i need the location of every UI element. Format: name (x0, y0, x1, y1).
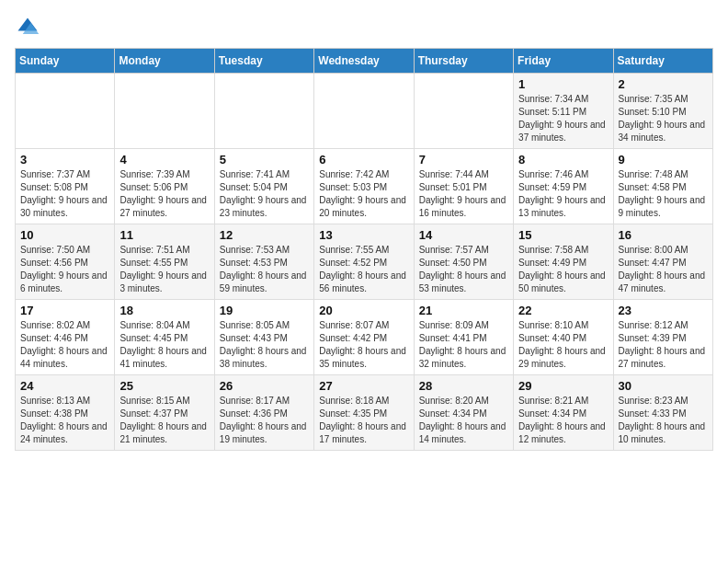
calendar-cell: 28Sunrise: 8:20 AM Sunset: 4:34 PM Dayli… (414, 375, 513, 451)
calendar-cell (16, 74, 115, 149)
calendar-week-2: 3Sunrise: 7:37 AM Sunset: 5:08 PM Daylig… (16, 149, 713, 224)
calendar-cell: 23Sunrise: 8:12 AM Sunset: 4:39 PM Dayli… (613, 300, 712, 375)
calendar-cell: 7Sunrise: 7:44 AM Sunset: 5:01 PM Daylig… (414, 149, 513, 224)
day-number: 23 (619, 304, 708, 317)
day-info: Sunrise: 7:51 AM Sunset: 4:55 PM Dayligh… (119, 244, 209, 295)
calendar-cell: 15Sunrise: 7:58 AM Sunset: 4:49 PM Dayli… (514, 224, 613, 300)
day-info: Sunrise: 8:04 AM Sunset: 4:45 PM Dayligh… (119, 319, 209, 371)
calendar-cell: 16Sunrise: 8:00 AM Sunset: 4:47 PM Dayli… (613, 224, 712, 300)
day-info: Sunrise: 8:13 AM Sunset: 4:38 PM Dayligh… (20, 395, 109, 446)
calendar-cell: 26Sunrise: 8:17 AM Sunset: 4:36 PM Dayli… (214, 375, 313, 451)
weekday-header-tuesday: Tuesday (214, 49, 313, 74)
calendar-cell: 22Sunrise: 8:10 AM Sunset: 4:40 PM Dayli… (514, 300, 613, 375)
day-number: 4 (119, 153, 209, 167)
day-info: Sunrise: 7:44 AM Sunset: 5:01 PM Dayligh… (419, 168, 508, 220)
calendar-cell: 9Sunrise: 7:48 AM Sunset: 4:58 PM Daylig… (613, 149, 712, 224)
weekday-header-wednesday: Wednesday (314, 49, 414, 74)
day-info: Sunrise: 8:15 AM Sunset: 4:37 PM Dayligh… (119, 395, 209, 446)
day-number: 22 (518, 304, 608, 317)
weekday-header-friday: Friday (514, 49, 613, 74)
day-info: Sunrise: 8:10 AM Sunset: 4:40 PM Dayligh… (518, 319, 608, 371)
day-number: 3 (20, 153, 109, 167)
day-number: 9 (619, 153, 708, 167)
day-number: 12 (220, 228, 309, 242)
day-number: 21 (419, 304, 508, 317)
day-number: 5 (220, 153, 309, 167)
calendar-cell: 21Sunrise: 8:09 AM Sunset: 4:41 PM Dayli… (414, 300, 513, 375)
weekday-header-saturday: Saturday (613, 49, 712, 74)
day-info: Sunrise: 7:57 AM Sunset: 4:50 PM Dayligh… (419, 244, 508, 295)
calendar-header: SundayMondayTuesdayWednesdayThursdayFrid… (16, 49, 713, 74)
day-info: Sunrise: 7:53 AM Sunset: 4:53 PM Dayligh… (220, 244, 309, 295)
calendar-cell: 3Sunrise: 7:37 AM Sunset: 5:08 PM Daylig… (16, 149, 115, 224)
day-info: Sunrise: 8:00 AM Sunset: 4:47 PM Dayligh… (619, 244, 708, 295)
day-info: Sunrise: 8:17 AM Sunset: 4:36 PM Dayligh… (220, 395, 309, 446)
calendar-cell: 17Sunrise: 8:02 AM Sunset: 4:46 PM Dayli… (16, 300, 115, 375)
day-number: 19 (220, 304, 309, 317)
calendar-cell: 11Sunrise: 7:51 AM Sunset: 4:55 PM Dayli… (115, 224, 214, 300)
weekday-header-sunday: Sunday (16, 49, 115, 74)
day-number: 15 (518, 228, 608, 242)
day-info: Sunrise: 7:58 AM Sunset: 4:49 PM Dayligh… (518, 244, 608, 295)
calendar-cell: 27Sunrise: 8:18 AM Sunset: 4:35 PM Dayli… (314, 375, 414, 451)
day-info: Sunrise: 8:20 AM Sunset: 4:34 PM Dayligh… (419, 395, 508, 446)
calendar-cell: 19Sunrise: 8:05 AM Sunset: 4:43 PM Dayli… (214, 300, 313, 375)
day-number: 11 (119, 228, 209, 242)
day-number: 18 (119, 304, 209, 317)
calendar-cell: 10Sunrise: 7:50 AM Sunset: 4:56 PM Dayli… (16, 224, 115, 300)
day-number: 10 (20, 228, 109, 242)
calendar-cell: 14Sunrise: 7:57 AM Sunset: 4:50 PM Dayli… (414, 224, 513, 300)
calendar-cell (314, 74, 414, 149)
calendar-cell: 12Sunrise: 7:53 AM Sunset: 4:53 PM Dayli… (214, 224, 313, 300)
calendar-week-4: 17Sunrise: 8:02 AM Sunset: 4:46 PM Dayli… (16, 300, 713, 375)
calendar-table: SundayMondayTuesdayWednesdayThursdayFrid… (15, 48, 713, 451)
calendar-cell: 2Sunrise: 7:35 AM Sunset: 5:10 PM Daylig… (613, 74, 712, 149)
calendar-cell: 20Sunrise: 8:07 AM Sunset: 4:42 PM Dayli… (314, 300, 414, 375)
day-number: 24 (20, 379, 109, 393)
day-info: Sunrise: 7:34 AM Sunset: 5:11 PM Dayligh… (518, 93, 608, 144)
calendar-cell: 4Sunrise: 7:39 AM Sunset: 5:06 PM Daylig… (115, 149, 214, 224)
day-info: Sunrise: 8:09 AM Sunset: 4:41 PM Dayligh… (419, 319, 508, 371)
calendar-cell (414, 74, 513, 149)
day-number: 1 (518, 77, 608, 91)
day-info: Sunrise: 8:18 AM Sunset: 4:35 PM Dayligh… (319, 395, 408, 446)
day-info: Sunrise: 7:50 AM Sunset: 4:56 PM Dayligh… (20, 244, 109, 295)
day-info: Sunrise: 8:02 AM Sunset: 4:46 PM Dayligh… (20, 319, 109, 371)
day-info: Sunrise: 7:39 AM Sunset: 5:06 PM Dayligh… (119, 168, 209, 220)
logo (15, 15, 44, 40)
day-info: Sunrise: 8:05 AM Sunset: 4:43 PM Dayligh… (220, 319, 309, 371)
header (15, 15, 713, 40)
calendar-cell (214, 74, 313, 149)
calendar-week-3: 10Sunrise: 7:50 AM Sunset: 4:56 PM Dayli… (16, 224, 713, 300)
weekday-header-row: SundayMondayTuesdayWednesdayThursdayFrid… (16, 49, 713, 74)
day-number: 7 (419, 153, 508, 167)
day-info: Sunrise: 8:23 AM Sunset: 4:33 PM Dayligh… (619, 395, 708, 446)
calendar-cell: 8Sunrise: 7:46 AM Sunset: 4:59 PM Daylig… (514, 149, 613, 224)
calendar-cell: 18Sunrise: 8:04 AM Sunset: 4:45 PM Dayli… (115, 300, 214, 375)
day-number: 26 (220, 379, 309, 393)
day-number: 2 (619, 77, 708, 91)
day-info: Sunrise: 7:46 AM Sunset: 4:59 PM Dayligh… (518, 168, 608, 220)
day-info: Sunrise: 7:42 AM Sunset: 5:03 PM Dayligh… (319, 168, 408, 220)
day-number: 13 (319, 228, 408, 242)
day-info: Sunrise: 7:35 AM Sunset: 5:10 PM Dayligh… (619, 93, 708, 144)
calendar-week-1: 1Sunrise: 7:34 AM Sunset: 5:11 PM Daylig… (16, 74, 713, 149)
calendar-cell: 5Sunrise: 7:41 AM Sunset: 5:04 PM Daylig… (214, 149, 313, 224)
day-info: Sunrise: 8:21 AM Sunset: 4:34 PM Dayligh… (518, 395, 608, 446)
day-info: Sunrise: 7:41 AM Sunset: 5:04 PM Dayligh… (220, 168, 309, 220)
calendar-cell (115, 74, 214, 149)
day-info: Sunrise: 7:48 AM Sunset: 4:58 PM Dayligh… (619, 168, 708, 220)
day-info: Sunrise: 8:07 AM Sunset: 4:42 PM Dayligh… (319, 319, 408, 371)
calendar-cell: 13Sunrise: 7:55 AM Sunset: 4:52 PM Dayli… (314, 224, 414, 300)
day-info: Sunrise: 8:12 AM Sunset: 4:39 PM Dayligh… (619, 319, 708, 371)
calendar-cell: 6Sunrise: 7:42 AM Sunset: 5:03 PM Daylig… (314, 149, 414, 224)
calendar-week-5: 24Sunrise: 8:13 AM Sunset: 4:38 PM Dayli… (16, 375, 713, 451)
day-number: 14 (419, 228, 508, 242)
day-number: 27 (319, 379, 408, 393)
weekday-header-thursday: Thursday (414, 49, 513, 74)
day-number: 6 (319, 153, 408, 167)
logo-icon (15, 15, 40, 40)
day-number: 20 (319, 304, 408, 317)
calendar-cell: 30Sunrise: 8:23 AM Sunset: 4:33 PM Dayli… (613, 375, 712, 451)
calendar-body: 1Sunrise: 7:34 AM Sunset: 5:11 PM Daylig… (16, 74, 713, 451)
